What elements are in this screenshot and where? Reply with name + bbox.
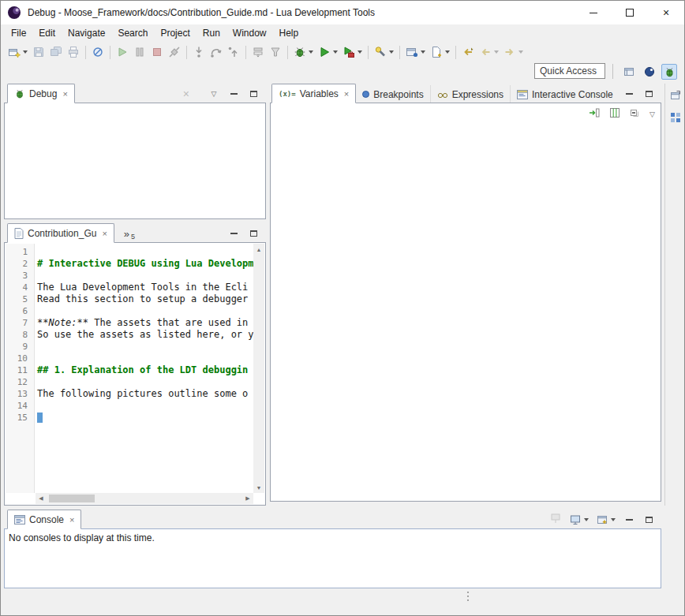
minimized-view-button[interactable]: [668, 110, 683, 125]
tab-console[interactable]: Console ×: [7, 510, 81, 529]
debug-button[interactable]: [291, 43, 316, 61]
menu-project[interactable]: Project: [154, 25, 196, 41]
hidden-editors-chevron[interactable]: » 5: [119, 225, 140, 243]
editor-line[interactable]: Read this section to setup a debugger: [36, 293, 253, 305]
skip-all-breakpoints-button[interactable]: [89, 43, 107, 61]
show-logical-structure-button[interactable]: [588, 106, 601, 121]
window-controls: ×: [575, 1, 684, 24]
maximize-button[interactable]: [612, 1, 648, 24]
new-wizard-button[interactable]: [6, 43, 30, 61]
editor-line[interactable]: **Note:** The assets that are used in: [36, 317, 253, 329]
display-selected-console-button[interactable]: [569, 513, 589, 526]
maximize-view-button[interactable]: [247, 227, 260, 240]
view-menu-icon[interactable]: ▽: [208, 88, 220, 100]
debug-perspective-button[interactable]: [661, 64, 677, 80]
menu-navigate[interactable]: Navigate: [62, 25, 111, 41]
editor-line[interactable]: # Interactive DEBUG using Lua Developm: [36, 258, 253, 270]
menu-search[interactable]: Search: [111, 25, 154, 41]
collapse-all-button[interactable]: [629, 106, 642, 121]
tab-close-icon[interactable]: ×: [344, 89, 349, 99]
new-lua-file-icon: [430, 46, 443, 58]
scroll-down-button[interactable]: ▼: [253, 482, 264, 493]
editor-line[interactable]: [36, 341, 253, 353]
tab-close-icon[interactable]: ×: [69, 515, 74, 525]
menu-help[interactable]: Help: [273, 25, 305, 41]
new-lua-file-button[interactable]: [428, 43, 452, 61]
tab-variables[interactable]: (x)= Variables ×: [271, 84, 356, 103]
variables-header-icons: [623, 84, 661, 103]
editor-line[interactable]: [36, 400, 253, 412]
last-edit-location-button[interactable]: [459, 43, 477, 61]
menu-edit[interactable]: Edit: [32, 25, 62, 41]
minimize-button[interactable]: [575, 1, 612, 24]
toolbar-separator: [110, 46, 110, 59]
editor-line[interactable]: [36, 376, 253, 388]
remove-all-terminated-button[interactable]: ×: [183, 88, 189, 100]
editor-line[interactable]: [36, 305, 253, 317]
show-logical-structure-icon: [588, 106, 601, 119]
menu-file[interactable]: File: [5, 25, 32, 41]
step-return-button[interactable]: [225, 43, 242, 61]
minimize-view-button[interactable]: [227, 88, 240, 100]
step-over-button[interactable]: [208, 43, 225, 61]
external-tools-button[interactable]: [340, 43, 365, 61]
tab-debug[interactable]: Debug ×: [7, 84, 75, 103]
save-all-button[interactable]: [47, 43, 65, 61]
new-lua-project-button[interactable]: [403, 43, 428, 61]
open-perspective-button[interactable]: [621, 64, 637, 80]
maximize-view-button[interactable]: [642, 88, 655, 100]
open-console-button[interactable]: [596, 513, 616, 526]
terminate-button[interactable]: [148, 43, 166, 61]
run-button[interactable]: [316, 43, 340, 61]
save-button[interactable]: [30, 43, 47, 61]
pin-console-button[interactable]: [549, 512, 562, 527]
lua-perspective-button[interactable]: [642, 64, 657, 80]
disconnect-button[interactable]: [166, 43, 183, 61]
quick-access-box[interactable]: Quick Access: [534, 63, 605, 79]
editor-line[interactable]: The following pictures outline some o: [36, 388, 253, 400]
scroll-left-button[interactable]: ◀: [36, 493, 47, 504]
suspend-button[interactable]: [131, 43, 148, 61]
editor-vertical-scrollbar[interactable]: ▲ ▼: [253, 244, 264, 493]
resume-button[interactable]: [114, 43, 131, 61]
minimize-view-button[interactable]: [227, 227, 240, 240]
editor-line[interactable]: [36, 353, 253, 364]
drop-to-frame-button[interactable]: [249, 43, 267, 61]
editor-line[interactable]: ## 1. Explanation of the LDT debuggin: [36, 364, 253, 376]
tab-close-icon[interactable]: ×: [62, 89, 67, 99]
tab-close-icon[interactable]: ×: [102, 229, 107, 238]
tab-interactive-console[interactable]: Interactive Console: [510, 85, 619, 103]
maximize-view-button[interactable]: [247, 88, 260, 100]
tab-contribution-guide[interactable]: Contribution_Gu ×: [7, 223, 114, 243]
scrollbar-thumb[interactable]: [49, 495, 95, 502]
editor-line[interactable]: [36, 412, 253, 424]
minimize-view-button[interactable]: [623, 513, 635, 526]
editor-line[interactable]: [36, 246, 253, 258]
print-button[interactable]: [65, 43, 82, 61]
maximize-view-button[interactable]: [642, 513, 655, 526]
editor-horizontal-scrollbar[interactable]: ◀ ▶: [36, 493, 253, 504]
step-into-button[interactable]: [190, 43, 208, 61]
minimize-view-button[interactable]: [623, 88, 635, 100]
maximize-icon: [250, 230, 257, 237]
menu-window[interactable]: Window: [226, 25, 273, 41]
forward-button[interactable]: [501, 43, 526, 61]
tab-breakpoints[interactable]: Breakpoints: [356, 85, 429, 103]
tab-expressions[interactable]: Expressions: [430, 85, 510, 103]
use-step-filters-button[interactable]: [267, 43, 284, 61]
scroll-up-button[interactable]: ▲: [253, 244, 264, 255]
show-columns-button[interactable]: [608, 106, 621, 121]
menu-run[interactable]: Run: [197, 25, 226, 41]
editor-line[interactable]: So use the assets as listed here, or y: [36, 329, 253, 341]
close-button[interactable]: ×: [648, 1, 684, 24]
scroll-right-button[interactable]: ▶: [242, 493, 253, 504]
editor-line[interactable]: The Lua Development Tools in the Ecli: [36, 282, 253, 293]
editor-code[interactable]: # Interactive DEBUG using Lua DevelopmTh…: [36, 244, 253, 493]
search-button[interactable]: [372, 43, 396, 61]
editor-line[interactable]: [36, 270, 253, 282]
view-menu-icon[interactable]: ▽: [649, 110, 655, 118]
restore-minimized-views-button[interactable]: [668, 88, 683, 103]
sash-grip[interactable]: [467, 592, 469, 601]
debug-view-content: [4, 103, 266, 219]
back-button[interactable]: [477, 43, 501, 61]
